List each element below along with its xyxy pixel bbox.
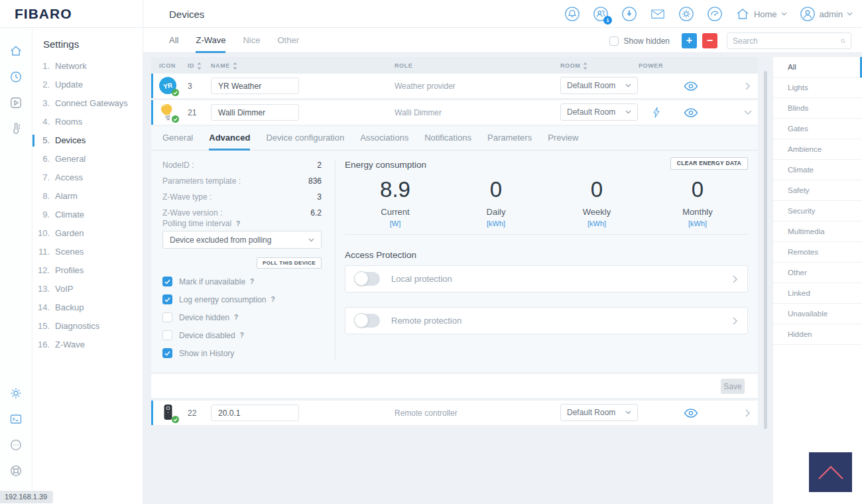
checkbox[interactable] bbox=[162, 348, 172, 358]
unit-link[interactable]: [kWh] bbox=[446, 220, 546, 227]
sort-icon[interactable] bbox=[583, 62, 587, 70]
settings-item-z-wave[interactable]: 16.Z-Wave bbox=[32, 336, 143, 354]
room-select[interactable]: Default Room bbox=[560, 77, 638, 94]
device-name-input[interactable] bbox=[211, 104, 299, 121]
home-icon[interactable] bbox=[9, 44, 23, 58]
expand-chevron-icon[interactable] bbox=[743, 74, 753, 98]
panel-tab-advanced[interactable]: Advanced bbox=[209, 126, 250, 150]
sort-icon[interactable] bbox=[197, 62, 202, 70]
help-icon[interactable]: ? bbox=[271, 296, 275, 303]
checkbox[interactable] bbox=[162, 330, 172, 340]
collapse-chevron-icon[interactable] bbox=[743, 100, 753, 125]
remote-protection-row[interactable]: Remote protection bbox=[345, 307, 748, 334]
device-row-walli-dimmer[interactable]: 21 Walli Dimmer Default Room bbox=[151, 100, 758, 125]
media-play-icon[interactable] bbox=[9, 96, 23, 109]
save-button[interactable]: Save bbox=[721, 379, 745, 394]
unit-link[interactable]: [W] bbox=[345, 220, 446, 227]
category-remotes[interactable]: Remotes bbox=[773, 242, 862, 263]
home-selector[interactable]: Home bbox=[735, 7, 787, 21]
local-protection-toggle[interactable] bbox=[355, 272, 380, 286]
visibility-eye-icon[interactable] bbox=[683, 74, 699, 98]
tab-all[interactable]: All bbox=[169, 29, 178, 53]
category-all[interactable]: All bbox=[773, 57, 862, 78]
category-safety[interactable]: Safety bbox=[773, 180, 862, 201]
room-select[interactable]: Default Room bbox=[560, 103, 638, 121]
user-menu[interactable]: admin bbox=[800, 6, 853, 22]
panel-tab-notifications[interactable]: Notifications bbox=[424, 126, 471, 150]
unit-link[interactable]: [kWh] bbox=[546, 220, 647, 227]
visibility-eye-icon[interactable] bbox=[683, 401, 699, 425]
settings-item-update[interactable]: 2.Update bbox=[32, 76, 143, 94]
settings-item-voip[interactable]: 13.VoIP bbox=[32, 280, 143, 298]
column-room[interactable]: ROOM bbox=[560, 57, 587, 74]
local-protection-row[interactable]: Local protection bbox=[345, 265, 748, 292]
settings-item-rooms[interactable]: 4.Rooms bbox=[32, 113, 143, 131]
chevron-right-icon[interactable] bbox=[733, 275, 738, 283]
device-name-input[interactable] bbox=[211, 78, 299, 94]
category-security[interactable]: Security bbox=[773, 201, 862, 221]
panel-tab-general[interactable]: General bbox=[162, 126, 193, 150]
panel-tab-parameters[interactable]: Parameters bbox=[487, 126, 532, 150]
add-device-button[interactable]: + bbox=[682, 33, 697, 48]
device-row-remote-controller[interactable]: 22 Remote controller Default Room bbox=[151, 401, 758, 425]
update-download-icon[interactable] bbox=[621, 6, 637, 22]
clear-energy-data-button[interactable]: CLEAR ENERGY DATA bbox=[670, 157, 748, 170]
sort-icon[interactable] bbox=[233, 62, 237, 70]
expand-chevron-icon[interactable] bbox=[743, 401, 753, 425]
checkbox[interactable] bbox=[162, 277, 172, 286]
category-other[interactable]: Other bbox=[773, 263, 862, 283]
scroll-top-button[interactable] bbox=[809, 452, 852, 492]
help-icon[interactable]: ? bbox=[236, 220, 240, 227]
category-linked[interactable]: Linked bbox=[773, 283, 862, 304]
poll-this-device-button[interactable]: POLL THIS DEVICE bbox=[257, 257, 322, 269]
panel-tab-associations[interactable]: Associations bbox=[360, 126, 408, 150]
column-name[interactable]: NAME bbox=[211, 57, 237, 74]
terminal-console-icon[interactable] bbox=[9, 412, 23, 426]
settings-item-climate[interactable]: 9.Climate bbox=[32, 206, 143, 224]
settings-gear-icon[interactable] bbox=[9, 387, 23, 400]
chat-assistant-icon[interactable] bbox=[9, 438, 23, 452]
help-icon[interactable]: ? bbox=[250, 278, 254, 285]
category-ambience[interactable]: Ambience bbox=[773, 139, 862, 160]
search-input[interactable] bbox=[727, 36, 841, 46]
device-name-input[interactable] bbox=[211, 405, 299, 421]
unit-link[interactable]: [kWh] bbox=[647, 220, 748, 227]
checkbox[interactable] bbox=[162, 294, 172, 304]
category-climate[interactable]: Climate bbox=[773, 160, 862, 180]
column-id[interactable]: ID bbox=[188, 57, 202, 74]
tab-nice[interactable]: Nice bbox=[243, 29, 260, 53]
alarm-bell-icon[interactable] bbox=[564, 6, 580, 22]
tab-z-wave[interactable]: Z-Wave bbox=[196, 29, 225, 53]
users-icon[interactable]: 1 bbox=[593, 6, 609, 22]
gauge-diagnostics-icon[interactable] bbox=[707, 6, 723, 22]
settings-item-backup[interactable]: 14.Backup bbox=[32, 298, 143, 317]
settings-item-access[interactable]: 7.Access bbox=[32, 168, 143, 187]
settings-item-network[interactable]: 1.Network bbox=[32, 57, 143, 76]
category-blinds[interactable]: Blinds bbox=[773, 98, 862, 119]
settings-item-connect-gateways[interactable]: 3.Connect Gateways bbox=[32, 94, 143, 113]
chevron-right-icon[interactable] bbox=[733, 317, 738, 325]
panel-tab-preview[interactable]: Preview bbox=[548, 126, 578, 150]
help-icon[interactable]: ? bbox=[234, 314, 238, 321]
help-icon[interactable]: ? bbox=[240, 332, 244, 339]
device-row-yr-weather[interactable]: YR 3 Weather provider Default Room bbox=[151, 74, 758, 98]
category-gates[interactable]: Gates bbox=[773, 119, 862, 139]
scrollbar[interactable] bbox=[764, 71, 767, 429]
settings-item-devices[interactable]: 5.Devices bbox=[32, 131, 143, 150]
remote-protection-toggle[interactable] bbox=[355, 314, 380, 328]
settings-item-alarm[interactable]: 8.Alarm bbox=[32, 187, 143, 206]
category-hidden[interactable]: Hidden bbox=[773, 324, 862, 345]
tab-other[interactable]: Other bbox=[278, 29, 300, 53]
category-lights[interactable]: Lights bbox=[773, 78, 862, 98]
search-icon[interactable] bbox=[841, 36, 845, 46]
panel-tab-device-configuration[interactable]: Device configuration bbox=[266, 126, 344, 150]
polling-interval-select[interactable]: Device excluded from polling bbox=[162, 231, 322, 249]
show-hidden-checkbox[interactable] bbox=[609, 36, 619, 46]
visibility-eye-icon[interactable] bbox=[683, 100, 699, 125]
room-select[interactable]: Default Room bbox=[560, 404, 638, 421]
settings-item-garden[interactable]: 10.Garden bbox=[32, 224, 143, 243]
remove-device-button[interactable]: − bbox=[702, 33, 717, 48]
history-clock-icon[interactable] bbox=[9, 70, 23, 84]
settings-item-general[interactable]: 6.General bbox=[32, 150, 143, 168]
checkbox[interactable] bbox=[162, 312, 172, 322]
